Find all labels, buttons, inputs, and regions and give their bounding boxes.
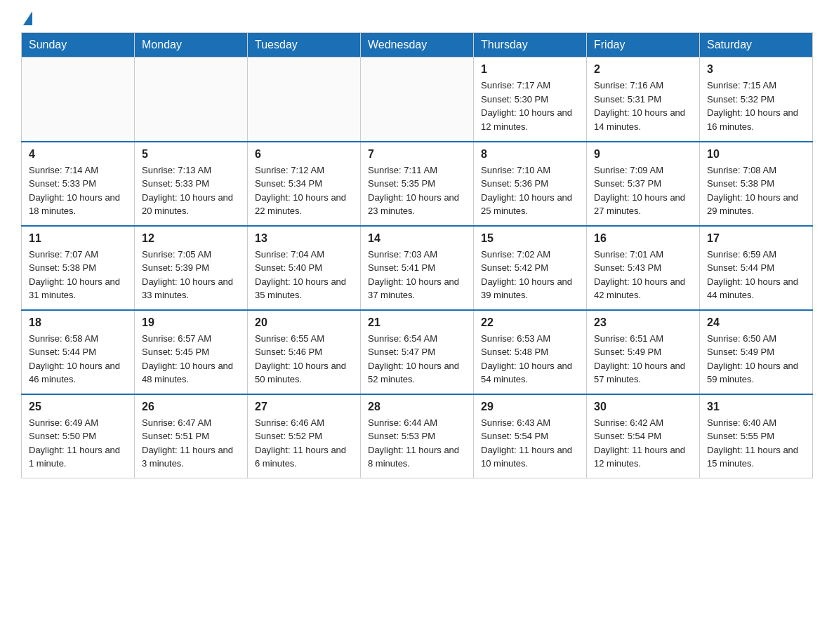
day-number: 16 <box>594 232 692 245</box>
day-info: Sunrise: 6:49 AM Sunset: 5:50 PM Dayligh… <box>29 416 127 471</box>
calendar-day-cell: 9Sunrise: 7:09 AM Sunset: 5:37 PM Daylig… <box>587 142 700 226</box>
weekday-header-saturday: Saturday <box>700 33 813 58</box>
day-number: 24 <box>707 316 805 329</box>
day-number: 4 <box>29 148 127 161</box>
day-number: 10 <box>707 148 805 161</box>
calendar-day-cell: 10Sunrise: 7:08 AM Sunset: 5:38 PM Dayli… <box>700 142 813 226</box>
calendar-day-cell: 13Sunrise: 7:04 AM Sunset: 5:40 PM Dayli… <box>248 226 361 310</box>
calendar-day-cell: 8Sunrise: 7:10 AM Sunset: 5:36 PM Daylig… <box>474 142 587 226</box>
day-info: Sunrise: 7:11 AM Sunset: 5:35 PM Dayligh… <box>368 163 466 218</box>
day-info: Sunrise: 7:03 AM Sunset: 5:41 PM Dayligh… <box>368 248 466 302</box>
day-number: 25 <box>29 401 127 413</box>
day-info: Sunrise: 6:59 AM Sunset: 5:44 PM Dayligh… <box>707 248 805 302</box>
day-info: Sunrise: 6:54 AM Sunset: 5:47 PM Dayligh… <box>368 332 466 387</box>
day-number: 11 <box>29 232 127 245</box>
day-number: 9 <box>594 148 692 161</box>
day-info: Sunrise: 6:40 AM Sunset: 5:55 PM Dayligh… <box>707 416 805 471</box>
day-info: Sunrise: 7:04 AM Sunset: 5:40 PM Dayligh… <box>255 248 353 302</box>
day-info: Sunrise: 7:12 AM Sunset: 5:34 PM Dayligh… <box>255 163 353 218</box>
day-info: Sunrise: 6:51 AM Sunset: 5:49 PM Dayligh… <box>594 332 692 387</box>
calendar-day-cell: 15Sunrise: 7:02 AM Sunset: 5:42 PM Dayli… <box>474 226 587 310</box>
day-number: 2 <box>594 63 692 76</box>
day-info: Sunrise: 6:42 AM Sunset: 5:54 PM Dayligh… <box>594 416 692 471</box>
calendar-day-cell: 14Sunrise: 7:03 AM Sunset: 5:41 PM Dayli… <box>361 226 474 310</box>
calendar-day-cell: 3Sunrise: 7:15 AM Sunset: 5:32 PM Daylig… <box>700 58 813 142</box>
day-number: 15 <box>481 232 579 245</box>
calendar-week-row: 11Sunrise: 7:07 AM Sunset: 5:38 PM Dayli… <box>22 226 813 310</box>
day-info: Sunrise: 7:07 AM Sunset: 5:38 PM Dayligh… <box>29 248 127 302</box>
day-number: 14 <box>368 232 466 245</box>
day-info: Sunrise: 7:15 AM Sunset: 5:32 PM Dayligh… <box>707 79 805 133</box>
calendar-day-cell: 2Sunrise: 7:16 AM Sunset: 5:31 PM Daylig… <box>587 58 700 142</box>
day-info: Sunrise: 7:01 AM Sunset: 5:43 PM Dayligh… <box>594 248 692 302</box>
calendar-table: SundayMondayTuesdayWednesdayThursdayFrid… <box>21 32 813 478</box>
day-info: Sunrise: 6:44 AM Sunset: 5:53 PM Dayligh… <box>368 416 466 471</box>
weekday-header-thursday: Thursday <box>474 33 587 58</box>
calendar-day-cell: 29Sunrise: 6:43 AM Sunset: 5:54 PM Dayli… <box>474 394 587 478</box>
calendar-day-cell: 12Sunrise: 7:05 AM Sunset: 5:39 PM Dayli… <box>135 226 248 310</box>
calendar-day-cell: 25Sunrise: 6:49 AM Sunset: 5:50 PM Dayli… <box>22 394 135 478</box>
calendar-day-cell: 5Sunrise: 7:13 AM Sunset: 5:33 PM Daylig… <box>135 142 248 226</box>
day-number: 7 <box>368 148 466 161</box>
day-number: 5 <box>142 148 240 161</box>
calendar-day-cell <box>135 58 248 142</box>
calendar-day-cell: 23Sunrise: 6:51 AM Sunset: 5:49 PM Dayli… <box>587 310 700 394</box>
calendar-day-cell: 30Sunrise: 6:42 AM Sunset: 5:54 PM Dayli… <box>587 394 700 478</box>
calendar-day-cell: 6Sunrise: 7:12 AM Sunset: 5:34 PM Daylig… <box>248 142 361 226</box>
day-info: Sunrise: 6:47 AM Sunset: 5:51 PM Dayligh… <box>142 416 240 471</box>
page-header <box>21 14 813 25</box>
day-info: Sunrise: 7:02 AM Sunset: 5:42 PM Dayligh… <box>481 248 579 302</box>
day-number: 22 <box>481 316 579 329</box>
day-info: Sunrise: 6:50 AM Sunset: 5:49 PM Dayligh… <box>707 332 805 387</box>
calendar-day-cell: 16Sunrise: 7:01 AM Sunset: 5:43 PM Dayli… <box>587 226 700 310</box>
day-info: Sunrise: 7:10 AM Sunset: 5:36 PM Dayligh… <box>481 163 579 218</box>
day-info: Sunrise: 6:53 AM Sunset: 5:48 PM Dayligh… <box>481 332 579 387</box>
calendar-day-cell <box>22 58 135 142</box>
day-number: 3 <box>707 63 805 76</box>
calendar-week-row: 18Sunrise: 6:58 AM Sunset: 5:44 PM Dayli… <box>22 310 813 394</box>
logo <box>21 14 32 25</box>
calendar-day-cell: 19Sunrise: 6:57 AM Sunset: 5:45 PM Dayli… <box>135 310 248 394</box>
calendar-day-cell: 22Sunrise: 6:53 AM Sunset: 5:48 PM Dayli… <box>474 310 587 394</box>
day-info: Sunrise: 6:58 AM Sunset: 5:44 PM Dayligh… <box>29 332 127 387</box>
calendar-day-cell <box>248 58 361 142</box>
calendar-day-cell: 1Sunrise: 7:17 AM Sunset: 5:30 PM Daylig… <box>474 58 587 142</box>
day-number: 29 <box>481 401 579 413</box>
day-number: 26 <box>142 401 240 413</box>
day-info: Sunrise: 7:09 AM Sunset: 5:37 PM Dayligh… <box>594 163 692 218</box>
weekday-header-monday: Monday <box>135 33 248 58</box>
day-info: Sunrise: 7:08 AM Sunset: 5:38 PM Dayligh… <box>707 163 805 218</box>
day-number: 23 <box>594 316 692 329</box>
day-number: 17 <box>707 232 805 245</box>
calendar-day-cell <box>361 58 474 142</box>
day-info: Sunrise: 6:43 AM Sunset: 5:54 PM Dayligh… <box>481 416 579 471</box>
day-number: 19 <box>142 316 240 329</box>
calendar-day-cell: 17Sunrise: 6:59 AM Sunset: 5:44 PM Dayli… <box>700 226 813 310</box>
calendar-day-cell: 28Sunrise: 6:44 AM Sunset: 5:53 PM Dayli… <box>361 394 474 478</box>
calendar-week-row: 4Sunrise: 7:14 AM Sunset: 5:33 PM Daylig… <box>22 142 813 226</box>
day-number: 6 <box>255 148 353 161</box>
day-number: 27 <box>255 401 353 413</box>
day-info: Sunrise: 7:17 AM Sunset: 5:30 PM Dayligh… <box>481 79 579 133</box>
day-info: Sunrise: 7:05 AM Sunset: 5:39 PM Dayligh… <box>142 248 240 302</box>
day-number: 8 <box>481 148 579 161</box>
calendar-day-cell: 11Sunrise: 7:07 AM Sunset: 5:38 PM Dayli… <box>22 226 135 310</box>
day-number: 31 <box>707 401 805 413</box>
day-number: 12 <box>142 232 240 245</box>
calendar-day-cell: 21Sunrise: 6:54 AM Sunset: 5:47 PM Dayli… <box>361 310 474 394</box>
day-info: Sunrise: 7:13 AM Sunset: 5:33 PM Dayligh… <box>142 163 240 218</box>
day-info: Sunrise: 6:46 AM Sunset: 5:52 PM Dayligh… <box>255 416 353 471</box>
day-info: Sunrise: 6:57 AM Sunset: 5:45 PM Dayligh… <box>142 332 240 387</box>
weekday-header-tuesday: Tuesday <box>248 33 361 58</box>
weekday-header-row: SundayMondayTuesdayWednesdayThursdayFrid… <box>22 33 813 58</box>
calendar-day-cell: 31Sunrise: 6:40 AM Sunset: 5:55 PM Dayli… <box>700 394 813 478</box>
calendar-day-cell: 26Sunrise: 6:47 AM Sunset: 5:51 PM Dayli… <box>135 394 248 478</box>
calendar-week-row: 1Sunrise: 7:17 AM Sunset: 5:30 PM Daylig… <box>22 58 813 142</box>
day-number: 21 <box>368 316 466 329</box>
day-info: Sunrise: 7:16 AM Sunset: 5:31 PM Dayligh… <box>594 79 692 133</box>
calendar-day-cell: 20Sunrise: 6:55 AM Sunset: 5:46 PM Dayli… <box>248 310 361 394</box>
day-number: 30 <box>594 401 692 413</box>
weekday-header-wednesday: Wednesday <box>361 33 474 58</box>
day-number: 13 <box>255 232 353 245</box>
day-info: Sunrise: 6:55 AM Sunset: 5:46 PM Dayligh… <box>255 332 353 387</box>
